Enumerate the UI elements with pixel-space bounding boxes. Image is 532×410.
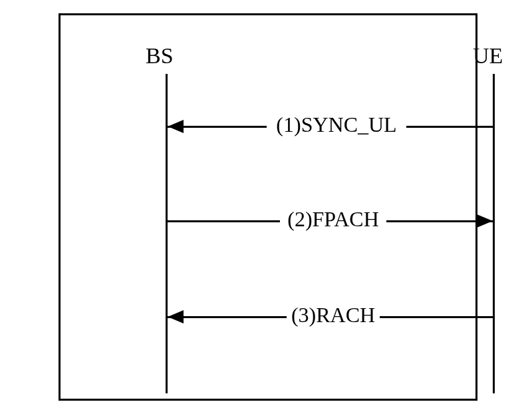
entity-label-ue: UE	[473, 43, 503, 69]
entity-label-bs: BS	[146, 43, 174, 69]
arrowhead-left-icon	[168, 310, 184, 323]
message-label-2: (2)FPACH	[280, 207, 386, 232]
lifeline-ue	[493, 74, 495, 393]
arrowhead-right-icon	[477, 214, 493, 228]
arrowhead-left-icon	[168, 120, 184, 133]
message-label-3: (3)RACH	[287, 303, 380, 327]
diagram-frame: BS UE (1)SYNC_UL (2)FPACH (3)RACH	[59, 13, 477, 401]
message-label-1: (1)SYNC_UL	[267, 112, 406, 137]
